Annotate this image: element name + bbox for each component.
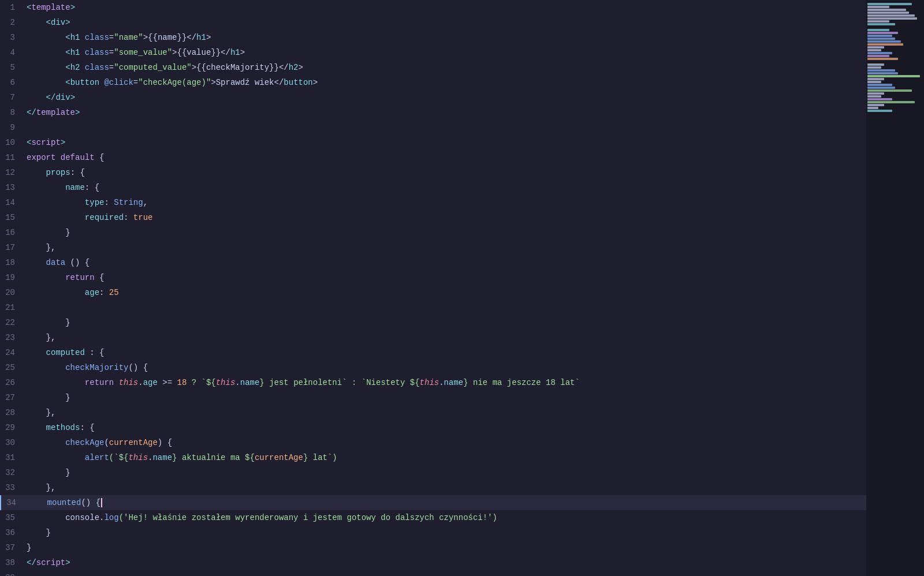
line-number-33: 33 (0, 483, 24, 492)
line-number-5: 5 (0, 63, 24, 72)
line-number-11: 11 (0, 153, 24, 162)
minimap-content (866, 0, 924, 115)
line-content-4: <h1 class="some_value">{{value}}</h1> (24, 48, 866, 57)
line-number-17: 17 (0, 243, 24, 252)
line-content-13: name: { (24, 183, 866, 192)
line-number-38: 38 (0, 558, 24, 567)
line-content-1: <template> (24, 3, 866, 12)
code-line-35: 35 console.log('Hej! właśnie zostałem wy… (0, 510, 866, 525)
line-number-10: 10 (0, 138, 24, 147)
code-line-7: 7 </div> (0, 90, 866, 105)
code-line-26: 26 return this.age >= 18 ? `${this.name}… (0, 375, 866, 390)
line-content-32: } (24, 468, 866, 477)
line-number-39: 39 (0, 573, 24, 576)
line-content-29: methods: { (24, 423, 866, 432)
line-content-25: checkMajority() { (24, 363, 866, 372)
code-line-9: 9 (0, 120, 866, 135)
code-line-36: 36 } (0, 525, 866, 540)
code-line-4: 4 <h1 class="some_value">{{value}}</h1> (0, 45, 866, 60)
code-line-31: 31 alert(`${this.name} aktualnie ma ${cu… (0, 450, 866, 465)
line-content-17: }, (24, 243, 866, 252)
line-number-2: 2 (0, 18, 24, 27)
line-number-26: 26 (0, 378, 24, 387)
line-content-23: }, (24, 333, 866, 342)
line-content-5: <h2 class="computed_value">{{checkMajori… (24, 63, 866, 72)
code-line-1: 1<template> (0, 0, 866, 15)
line-content-37: } (24, 543, 866, 552)
line-content-3: <h1 class="name">{{name}}</h1> (24, 33, 866, 42)
code-line-19: 19 return { (0, 270, 866, 285)
code-line-28: 28 }, (0, 405, 866, 420)
code-line-34: 34 mounted() { (0, 495, 866, 510)
line-number-27: 27 (0, 393, 24, 402)
code-line-23: 23 }, (0, 330, 866, 345)
code-line-37: 37} (0, 540, 866, 555)
code-line-29: 29 methods: { (0, 420, 866, 435)
cursor (101, 498, 102, 507)
code-line-39: 39 (0, 570, 866, 576)
code-line-33: 33 }, (0, 480, 866, 495)
line-content-19: return { (24, 273, 866, 282)
line-content-28: }, (24, 408, 866, 417)
line-number-1: 1 (0, 3, 24, 12)
line-number-7: 7 (0, 93, 24, 102)
code-line-2: 2 <div> (0, 15, 866, 30)
code-line-17: 17 }, (0, 240, 866, 255)
code-line-11: 11export default { (0, 150, 866, 165)
code-line-6: 6 <button @click="checkAge(age)">Sprawdź… (0, 75, 866, 90)
line-number-35: 35 (0, 513, 24, 522)
line-number-24: 24 (0, 348, 24, 357)
line-number-31: 31 (0, 453, 24, 462)
line-content-11: export default { (24, 153, 866, 162)
line-number-13: 13 (0, 183, 24, 192)
minimap (866, 0, 924, 576)
line-number-30: 30 (0, 438, 24, 447)
line-content-27: } (24, 393, 866, 402)
line-content-2: <div> (24, 18, 866, 27)
code-line-18: 18 data () { (0, 255, 866, 270)
line-number-12: 12 (0, 168, 24, 177)
line-content-31: alert(`${this.name} aktualnie ma ${curre… (24, 453, 866, 462)
line-content-8: </template> (24, 108, 866, 117)
line-number-8: 8 (0, 108, 24, 117)
line-content-18: data () { (24, 258, 866, 267)
line-number-29: 29 (0, 423, 24, 432)
code-line-25: 25 checkMajority() { (0, 360, 866, 375)
code-line-21: 21 (0, 300, 866, 315)
code-line-12: 12 props: { (0, 165, 866, 180)
code-line-5: 5 <h2 class="computed_value">{{checkMajo… (0, 60, 866, 75)
line-content-15: required: true (24, 213, 866, 222)
line-content-7: </div> (24, 93, 866, 102)
line-content-26: return this.age >= 18 ? `${this.name} je… (24, 378, 866, 387)
line-content-6: <button @click="checkAge(age)">Sprawdź w… (24, 78, 866, 87)
line-content-24: computed : { (24, 348, 866, 357)
code-line-22: 22 } (0, 315, 866, 330)
line-content-14: type: String, (24, 198, 866, 207)
line-number-3: 3 (0, 33, 24, 42)
code-line-15: 15 required: true (0, 210, 866, 225)
line-content-10: <script> (24, 138, 866, 147)
line-number-15: 15 (0, 213, 24, 222)
line-number-9: 9 (0, 123, 24, 132)
code-line-32: 32 } (0, 465, 866, 480)
code-line-14: 14 type: String, (0, 195, 866, 210)
line-content-33: }, (24, 483, 866, 492)
line-content-35: console.log('Hej! właśnie zostałem wyren… (24, 513, 866, 522)
line-number-14: 14 (0, 198, 24, 207)
code-line-38: 38</script> (0, 555, 866, 570)
line-content-34: mounted() { (25, 498, 866, 507)
line-number-25: 25 (0, 363, 24, 372)
code-line-16: 16 } (0, 225, 866, 240)
line-content-22: } (24, 318, 866, 327)
code-area: 1<template>2 <div>3 <h1 class="name">{{n… (0, 0, 866, 576)
code-line-8: 8</template> (0, 105, 866, 120)
line-number-22: 22 (0, 318, 24, 327)
code-line-3: 3 <h1 class="name">{{name}}</h1> (0, 30, 866, 45)
line-number-34: 34 (1, 498, 25, 507)
line-number-18: 18 (0, 258, 24, 267)
line-content-36: } (24, 528, 866, 537)
code-line-20: 20 age: 25 (0, 285, 866, 300)
code-line-27: 27 } (0, 390, 866, 405)
line-number-28: 28 (0, 408, 24, 417)
code-line-24: 24 computed : { (0, 345, 866, 360)
